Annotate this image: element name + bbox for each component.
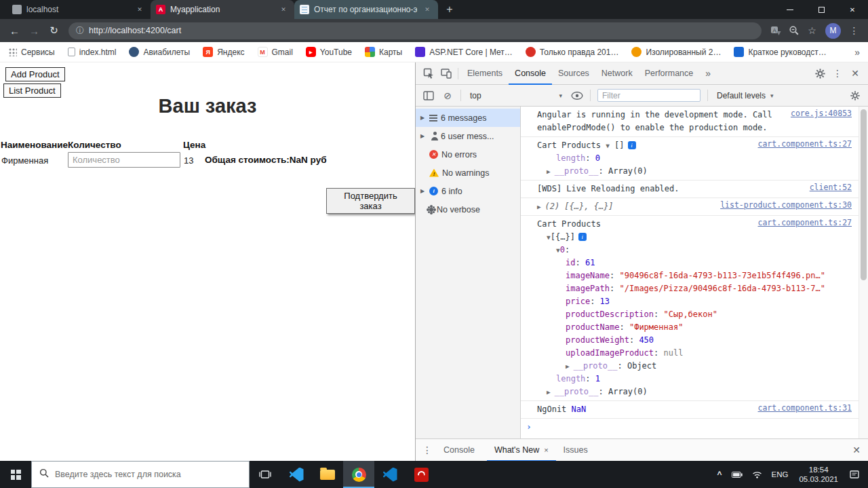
console-row[interactable]: imageName: "90496c8f-16da-4793-b113-73e1… [537,269,854,282]
tab-close-icon[interactable]: ✕ [422,4,433,15]
source-link[interactable]: cart.component.ts:27 [758,139,852,149]
console-settings-icon[interactable] [846,87,864,105]
console-row[interactable]: ▶ __proto__: Array(0) [537,165,854,178]
zoom-icon[interactable] [785,25,802,36]
clock[interactable]: 18:54 05.03.2021 [793,461,844,488]
bookmark-item[interactable]: index.html [68,48,117,57]
devtools-tab[interactable]: Sources [552,62,595,85]
drawer-tab[interactable]: Console [436,439,487,462]
expand-caret-icon[interactable]: ▶ [419,188,426,194]
forward-button[interactable]: → [25,25,43,37]
address-bar[interactable]: ⓘ http://localhost:4200/cart [68,22,762,39]
bookmark-item[interactable]: Авиабилеты [129,47,190,57]
bookmark-item[interactable]: Только правда 201… [526,47,619,57]
console-row[interactable]: price: 13 [537,295,854,308]
taskbar-app-button[interactable] [312,461,343,488]
console-sidebar-item[interactable]: ! No warnings [416,164,520,182]
add-product-button[interactable]: Add Product [5,67,65,81]
console-prompt[interactable]: › [521,419,859,434]
browser-tab[interactable]: Отчет по организационно-экон ✕ [294,0,438,19]
window-close-button[interactable]: ✕ [837,0,868,19]
console-row[interactable]: [WDS] Live Reloading enabled. [537,183,854,195]
console-row[interactable]: productWeight: 450 [537,334,854,347]
js-context-dropdown[interactable]: top ▾ [465,91,567,100]
source-link[interactable]: cart.component.ts:27 [758,218,852,227]
console-row[interactable]: productName: "Фирменная" [537,321,854,334]
console-sidebar-item[interactable]: ▶ 6 messages [416,109,520,127]
bookmark-item[interactable]: M Gmail [258,47,293,57]
taskbar-search[interactable] [31,461,250,488]
console-row[interactable]: productDescription: "Сыр,бекон" [537,308,854,321]
console-row[interactable]: id: 61 [537,257,854,269]
console-row[interactable]: uploadImageProduct: null [537,347,854,360]
window-minimize-button[interactable] [774,0,806,19]
tray-expand-icon[interactable]: ^ [713,461,727,488]
language-indicator[interactable]: ENG [767,461,793,488]
expand-caret-icon[interactable]: ▶ [419,133,426,139]
console-sidebar-item[interactable]: No verbose [416,200,520,219]
console-row[interactable]: ▼[{…}]i [537,231,854,244]
browser-menu-icon[interactable]: ⋮ [846,25,863,36]
new-tab-button[interactable]: + [441,1,458,18]
browser-tab[interactable]: A Myapplication ✕ [151,0,294,19]
clear-console-icon[interactable]: ⊘ [439,87,456,105]
network-icon[interactable] [747,461,767,488]
log-levels-dropdown[interactable]: Default levels ▾ [712,91,778,100]
window-maximize-button[interactable] [806,0,837,19]
drawer-menu-icon[interactable]: ⋮ [418,441,436,459]
scrollbar-thumb[interactable] [861,109,867,280]
quantity-input[interactable] [68,152,180,168]
site-info-icon[interactable]: ⓘ [76,25,84,37]
bookmarks-overflow-icon[interactable]: » [854,47,860,58]
devtools-tab[interactable]: Console [509,62,552,85]
task-view-button[interactable] [250,461,281,488]
source-link[interactable]: cart.component.ts:31 [758,403,852,413]
console-sidebar-item[interactable]: ✕ No errors [416,145,520,164]
drawer-tab[interactable]: What's New × [487,439,556,462]
console-row[interactable]: length: 0 [537,152,854,165]
devtools-close-icon[interactable]: ✕ [846,64,864,82]
console-row[interactable]: imagePath: "/Images/Pizza/90496c8f-16da-… [537,282,854,295]
browser-tab[interactable]: localhost ✕ [7,0,151,19]
devtools-tab[interactable]: Elements [461,62,509,85]
drawer-tab[interactable]: Issues [556,439,600,462]
taskbar-app-button[interactable] [281,461,312,488]
drawer-tab-close-icon[interactable]: × [544,446,548,454]
taskbar-search-input[interactable] [55,470,241,479]
taskbar-app-button[interactable] [374,461,406,488]
bookmark-item[interactable]: Изолированный 2… [631,47,721,57]
devtools-tab[interactable]: Network [595,62,639,85]
console-scrollbar[interactable] [859,107,868,438]
bookmark-star-icon[interactable]: ☆ [804,25,821,36]
console-sidebar-item[interactable]: ▶ 6 user mess... [416,127,520,145]
reload-button[interactable]: ↻ [45,24,63,37]
source-link[interactable]: list-product.component.ts:30 [720,200,852,210]
console-row[interactable]: length: 1 [537,373,854,386]
console-row[interactable]: ▶ __proto__: Object [537,360,854,373]
devtools-settings-icon[interactable] [811,64,829,82]
inspect-element-icon[interactable] [420,64,437,82]
source-link[interactable]: core.js:40853 [791,109,852,118]
bookmark-item[interactable]: ▶ YouTube [306,47,352,57]
devtools-menu-icon[interactable]: ⋮ [829,64,846,82]
taskbar-app-button[interactable] [343,461,374,488]
console-row[interactable]: ▼0: [537,244,854,257]
taskbar-app-button[interactable] [406,461,437,488]
expand-caret-icon[interactable]: ▶ [419,115,426,121]
tab-close-icon[interactable]: ✕ [134,4,145,15]
start-button[interactable] [0,461,31,488]
action-center-icon[interactable] [844,461,865,488]
profile-avatar[interactable]: M [825,23,841,39]
devtools-tab[interactable]: Performance [639,62,700,85]
bookmark-item[interactable]: ASP.NET Core | Мет… [415,47,513,57]
console-filter-input[interactable] [597,89,701,102]
console-sidebar-toggle-icon[interactable] [420,87,437,105]
bookmark-item[interactable]: Я Яндекс [203,47,244,57]
bookmark-item[interactable]: Краткое руководст… [734,47,826,57]
more-tabs-icon[interactable]: » [699,64,717,82]
confirm-order-button[interactable]: Подтвердить заказ [326,188,415,214]
bookmark-item[interactable]: Сервисы [8,48,55,57]
back-button[interactable]: ← [5,25,24,37]
drawer-close-icon[interactable]: ✕ [848,441,865,459]
device-toolbar-icon[interactable] [437,64,455,82]
